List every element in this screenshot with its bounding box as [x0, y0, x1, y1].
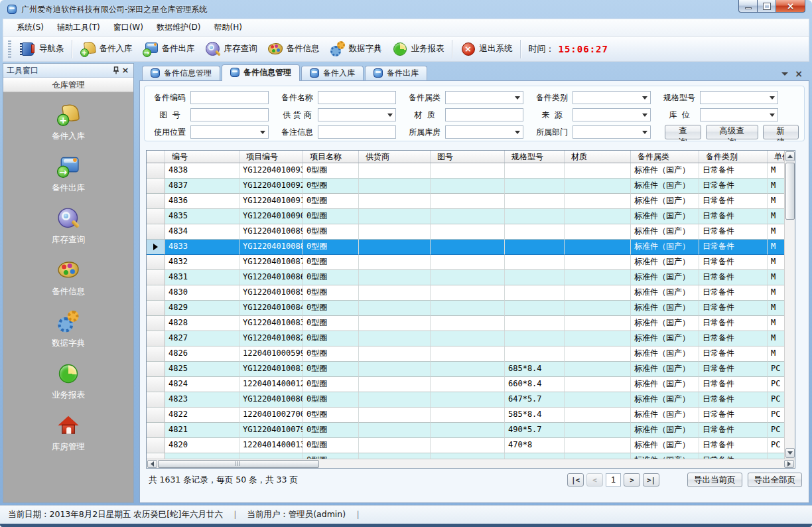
supplier-select[interactable] [318, 108, 396, 121]
row-indicator[interactable] [147, 285, 165, 301]
menu-item-system[interactable]: 系统(S) [10, 19, 50, 36]
toolbar-button-parts-info[interactable]: 备件信息 [262, 39, 324, 59]
spec-model-select[interactable] [700, 91, 778, 104]
minimize-button[interactable] [738, 0, 758, 13]
column-header-material[interactable]: 材质 [565, 151, 631, 163]
table-row[interactable]: 4825YG122040100810型圈685*8.4标准件（国产）日常备件PC [147, 362, 784, 377]
department-select[interactable] [573, 125, 651, 139]
toolbar-button-stock-in[interactable]: +备件入库 [75, 39, 137, 59]
drawing-no-input[interactable] [190, 108, 269, 121]
vertical-scrollbar[interactable] [784, 151, 795, 459]
row-indicator[interactable] [147, 423, 165, 438]
warehouse-select[interactable] [445, 125, 523, 139]
row-indicator[interactable] [147, 316, 165, 331]
toolbar-button-navigator[interactable]: 导航条 [15, 39, 69, 59]
prev-page-button[interactable]: < [586, 473, 603, 487]
tab-list-dropdown-icon[interactable] [781, 72, 788, 76]
column-header-unit[interactable]: 单位 [768, 151, 784, 163]
sidebar-item-parts-info[interactable]: 备件信息 [3, 257, 133, 297]
sidebar-item-inventory-query[interactable]: 库存查询 [3, 205, 133, 246]
table-row[interactable]: 4833YG122040100880型圈标准件（国产）日常备件M [147, 240, 784, 255]
row-indicator[interactable] [147, 224, 165, 240]
pin-icon[interactable] [111, 64, 121, 77]
maximize-button[interactable] [758, 0, 776, 13]
row-indicator[interactable] [147, 240, 165, 255]
column-header-drawing_no[interactable]: 图号 [431, 151, 505, 163]
table-row[interactable]: 4829YG122040100840型圈标准件（国产）日常备件M [147, 301, 784, 316]
column-header-supplier[interactable]: 供货商 [359, 151, 431, 163]
row-indicator[interactable] [147, 209, 165, 224]
row-indicator[interactable] [147, 301, 165, 316]
column-header-type[interactable]: 备件类别 [699, 151, 768, 163]
part-name-input[interactable] [318, 91, 396, 104]
sidebar-item-warehouse-mgmt[interactable]: 库房管理 [3, 412, 133, 453]
row-indicator[interactable] [147, 377, 165, 392]
row-indicator[interactable] [147, 179, 165, 194]
part-type-select[interactable] [573, 91, 651, 104]
row-indicator[interactable] [147, 392, 165, 408]
scroll-right-arrow-icon[interactable] [784, 460, 794, 468]
part-code-input[interactable] [190, 91, 269, 104]
row-indicator[interactable] [147, 453, 165, 459]
material-input[interactable] [445, 108, 523, 121]
row-indicator[interactable] [147, 163, 165, 179]
sidebar-item-business-report[interactable]: 业务报表 [3, 360, 133, 401]
table-row[interactable]: 0型圈标准件（国产）日常备件 [147, 453, 784, 459]
tab-parts-info-mgmt-2[interactable]: 备件信息管理 [222, 64, 300, 81]
column-header-project_no[interactable]: 项目编号 [239, 151, 303, 163]
row-indicator[interactable] [147, 408, 165, 423]
row-indicator[interactable] [147, 362, 165, 377]
row-indicator[interactable] [147, 270, 165, 285]
part-category-select[interactable] [445, 91, 523, 104]
row-indicator[interactable] [147, 255, 165, 270]
tab-parts-info-mgmt-1[interactable]: 备件信息管理 [142, 66, 220, 80]
table-row[interactable]: 482412204014000120型圈660*8.4标准件（国产）日常备件PC [147, 377, 784, 392]
next-page-button[interactable]: > [624, 473, 640, 487]
vertical-scroll-thumb[interactable] [785, 163, 795, 220]
remark-input[interactable] [318, 125, 396, 139]
sidebar-section-warehouse[interactable]: 仓库管理 [3, 78, 133, 92]
menu-item-data-maintenance[interactable]: 数据维护(D) [150, 19, 208, 36]
menu-item-aux-tools[interactable]: 辅助工具(T) [50, 19, 107, 36]
toolbar-button-stock-out[interactable]: →备件出库 [137, 39, 200, 59]
table-row[interactable]: 4838YG122040100930型圈标准件（国产）日常备件M [147, 163, 784, 179]
table-row[interactable]: 482212204010027000型圈585*8.4标准件（国产）日常备件PC [147, 408, 784, 423]
table-row[interactable]: 482612204010005990型圈标准件（国产）日常备件M [147, 346, 784, 362]
tab-close-icon[interactable]: × [795, 70, 803, 78]
row-indicator[interactable] [147, 346, 165, 362]
toolbar-drag-handle[interactable] [8, 40, 11, 58]
scroll-down-arrow-icon[interactable] [785, 448, 795, 458]
row-indicator[interactable] [147, 194, 165, 209]
table-row[interactable]: 4821YG122040100790型圈490*5.7标准件（国产）日常备件PC [147, 423, 784, 438]
table-row[interactable]: 4836YG122040100910型圈标准件（国产）日常备件M [147, 194, 784, 209]
scroll-left-arrow-icon[interactable] [147, 460, 157, 468]
table-row[interactable]: 4835YG122040100900型圈标准件（国产）日常备件M [147, 209, 784, 224]
query-button[interactable]: 查询 [665, 125, 701, 139]
toolbar-button-data-dictionary[interactable]: 数据字典 [324, 39, 387, 59]
toolbar-button-business-report[interactable]: 业务报表 [387, 39, 449, 59]
page-number-input[interactable] [606, 473, 621, 487]
menu-item-help[interactable]: 帮助(H) [208, 19, 249, 36]
table-row[interactable]: 4828YG122040100830型圈标准件（国产）日常备件M [147, 316, 784, 331]
table-row[interactable]: 4823YG122040100800型圈647*5.7标准件（国产）日常备件PC [147, 392, 784, 408]
sidebar-item-stock-in[interactable]: +备件入库 [3, 102, 133, 142]
advanced-query-button[interactable]: 高级查询 [706, 125, 758, 139]
menu-item-window[interactable]: 窗口(W) [107, 19, 150, 36]
sidebar-close-icon[interactable]: × [121, 66, 130, 75]
export-current-page-button[interactable]: 导出当前页 [687, 473, 742, 487]
horizontal-scroll-thumb[interactable] [158, 460, 319, 468]
title-bar[interactable]: 广州爱奇迪软件科技有限公司-深田之星仓库管理系统 × [3, 0, 809, 19]
tab-stock-out[interactable]: 备件出库 [365, 66, 427, 80]
table-row[interactable]: 4831YG122040100860型圈标准件（国产）日常备件M [147, 270, 784, 285]
new-button[interactable]: 新建 [763, 125, 799, 139]
row-indicator[interactable] [147, 438, 165, 453]
column-header-category[interactable]: 备件属类 [631, 151, 699, 163]
usage-position-select[interactable] [190, 125, 269, 139]
toolbar-button-inventory-query[interactable]: 库存查询 [200, 39, 262, 59]
tab-stock-in[interactable]: 备件入库 [301, 66, 364, 80]
source-select[interactable] [573, 108, 651, 121]
last-page-button[interactable]: >| [643, 473, 659, 487]
column-header-id[interactable]: 编号 [165, 151, 239, 163]
sidebar-item-data-dictionary[interactable]: 数据字典 [3, 309, 133, 349]
splitter[interactable] [134, 63, 139, 503]
